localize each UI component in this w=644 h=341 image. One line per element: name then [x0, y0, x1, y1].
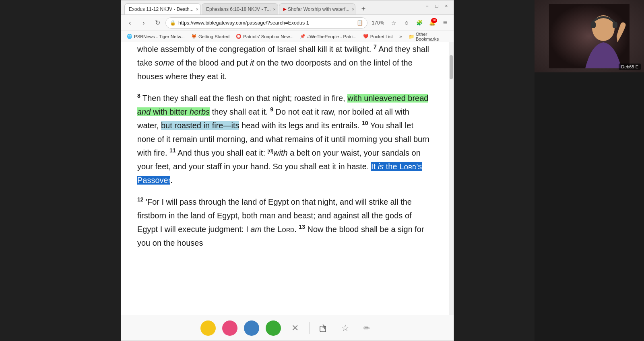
pink-highlight-button[interactable] — [222, 320, 237, 336]
window-controls: − □ × — [424, 3, 450, 9]
notifications-icon[interactable]: 🔔 10 — [427, 18, 438, 28]
webcam-feed — [535, 0, 644, 72]
person-svg — [549, 4, 630, 68]
svg-rect-4 — [591, 22, 596, 28]
clear-highlight-button[interactable]: ✕ — [287, 320, 303, 336]
security-lock-icon: 🔒 — [170, 20, 176, 26]
tab-exodus[interactable]: Exodus 11-12 NKJV - Death... × — [124, 3, 201, 14]
menu-button[interactable]: ≡ — [440, 18, 450, 28]
tab-shofar-close[interactable]: × — [352, 7, 354, 12]
yellow-highlight-button[interactable] — [200, 320, 216, 336]
notifications-badge: 10 — [431, 18, 437, 23]
highlight-with-unleavened: with unleavened bread and with bitter he… — [137, 94, 428, 116]
wethepeople-label: #WeThePeople - Patri... — [307, 34, 357, 39]
tab-ephesians-label: Ephesians 6:10-18 NKJV - T... — [206, 6, 271, 12]
green-highlight-button[interactable] — [266, 320, 281, 336]
getting-started-label: Getting Started — [198, 34, 229, 39]
svg-rect-0 — [320, 326, 326, 332]
new-tab-button[interactable]: + — [358, 3, 369, 14]
nav-bar: ‹ › ↻ 🔒 https://www.biblegateway.com/pas… — [121, 15, 454, 31]
bookmark-psbnews[interactable]: 🌐 PSBNews - Tiger Netw... — [124, 33, 187, 40]
verse-12: 12 'For I will pass through the land of … — [137, 195, 433, 250]
psbnews-icon: 🌐 — [127, 34, 132, 39]
minimize-button[interactable]: − — [424, 3, 430, 9]
tab-ephesians-close[interactable]: × — [273, 7, 276, 12]
share-icon — [319, 324, 328, 333]
selected-passover-text[interactable]: It is the Lord's Passover — [137, 162, 422, 185]
share-button[interactable] — [316, 320, 331, 336]
highlight-roasted-fire: but roasted in fire—its — [161, 121, 239, 130]
verse-8: 8 Then they shall eat the flesh on that … — [137, 91, 433, 187]
left-panel — [0, 0, 121, 341]
youtube-icon: ▶ — [283, 7, 287, 11]
bookmark-pocket[interactable]: ❤️ Pocket List — [361, 33, 395, 40]
toolbar-divider — [309, 322, 310, 334]
tab-exodus-label: Exodus 11-12 NKJV - Death... — [129, 6, 194, 12]
url-text: https://www.biblegateway.com/passage/?se… — [178, 20, 354, 26]
shield-icon[interactable]: ⊙ — [401, 18, 412, 28]
back-button[interactable]: ‹ — [124, 17, 136, 29]
bookmark-wethepeople[interactable]: 📌 #WeThePeople - Patri... — [297, 33, 359, 40]
right-panel: Deb65 E — [535, 0, 644, 341]
browser-window: Exodus 11-12 NKJV - Death... × Ephesians… — [121, 0, 454, 341]
patriots-icon: ⭕ — [236, 34, 242, 39]
scrollbar-thumb[interactable] — [450, 55, 453, 79]
verse-13-num: 13 — [299, 224, 305, 230]
star-icon[interactable]: ☆ — [388, 18, 399, 28]
footnote-d: [d] — [268, 148, 273, 154]
bookmark-getting-started[interactable]: 🦊 Getting Started — [189, 33, 232, 40]
bible-text: whole assembly of the congregation of Is… — [121, 42, 449, 315]
other-bookmarks-button[interactable]: 📁 Other Bookmarks — [406, 31, 450, 42]
psbnews-label: PSBNews - Tiger Netw... — [134, 34, 185, 39]
verse-8-num: 8 — [137, 92, 140, 99]
tab-shofar-label: Shofar Worship with waterf... — [288, 6, 349, 12]
zoom-level[interactable]: 170% — [370, 18, 386, 28]
extension-icon[interactable]: 🧩 — [414, 18, 425, 28]
other-bookmarks-icon: 📁 — [409, 34, 414, 39]
verse-9-num: 9 — [270, 106, 273, 113]
tab-shofar[interactable]: ▶ Shofar Worship with waterf... × — [279, 3, 355, 14]
edit-button[interactable]: ✏ — [359, 320, 375, 336]
tab-ephesians[interactable]: Ephesians 6:10-18 NKJV - T... × — [202, 3, 278, 14]
verse-10-num: 10 — [362, 120, 368, 126]
blue-highlight-button[interactable] — [244, 320, 259, 336]
bookmark-page-icon[interactable]: 📋 — [357, 20, 363, 26]
bookmark-star-button[interactable]: ☆ — [338, 320, 353, 336]
pocket-icon: ❤️ — [363, 34, 369, 39]
tab-bar: Exodus 11-12 NKJV - Death... × Ephesians… — [121, 0, 454, 15]
tab-exodus-close[interactable]: × — [196, 7, 198, 12]
bookmark-patriots[interactable]: ⭕ Patriots' Soapbox New... — [233, 33, 296, 40]
address-bar[interactable]: 🔒 https://www.biblegateway.com/passage/?… — [165, 17, 367, 29]
verse-12-num: 12 — [137, 196, 144, 203]
wethepeople-icon: 📌 — [300, 34, 305, 39]
verse-intro: whole assembly of the congregation of Is… — [137, 42, 433, 83]
more-bookmarks-button[interactable]: » — [397, 33, 405, 40]
scrollbar-track[interactable] — [449, 42, 454, 315]
svg-rect-5 — [613, 22, 617, 28]
bookmarks-bar: 🌐 PSBNews - Tiger Netw... 🦊 Getting Star… — [121, 31, 454, 42]
refresh-button[interactable]: ↻ — [152, 17, 163, 29]
webcam-box: Deb65 E — [535, 0, 644, 72]
pocket-label: Pocket List — [370, 34, 393, 39]
verse-11-num: 11 — [169, 147, 176, 154]
bottom-toolbar: ✕ ☆ ✏ — [121, 315, 454, 341]
patriots-label: Patriots' Soapbox New... — [243, 34, 293, 39]
webcam-user-label: Deb65 E — [619, 64, 641, 70]
maximize-button[interactable]: □ — [433, 3, 440, 9]
getting-started-icon: 🦊 — [191, 34, 197, 39]
other-bookmarks-label: Other Bookmarks — [416, 32, 448, 41]
verse-7-num: 7 — [374, 43, 377, 50]
content-area: whole assembly of the congregation of Is… — [121, 42, 454, 315]
close-button[interactable]: × — [443, 3, 450, 9]
forward-button[interactable]: › — [138, 17, 149, 29]
